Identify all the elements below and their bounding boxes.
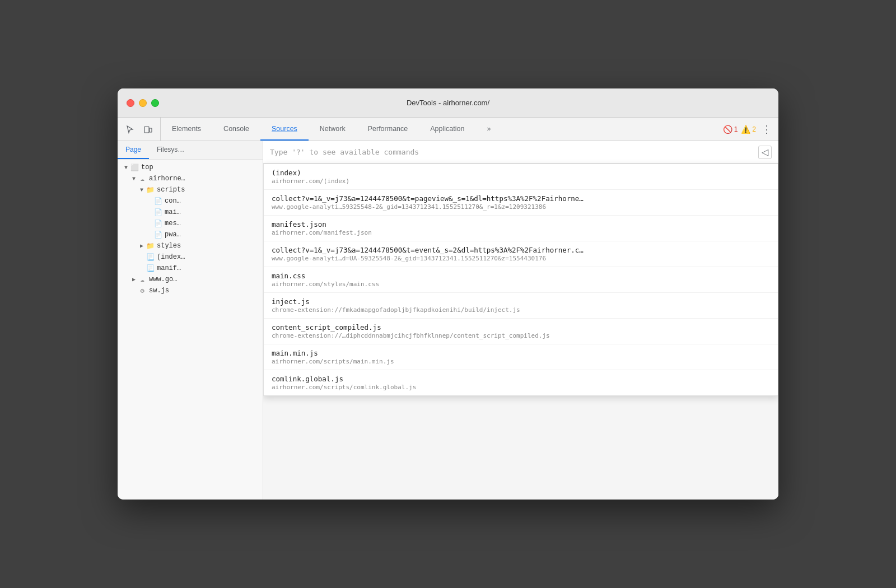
- file-icon: 📄: [153, 219, 162, 228]
- tree-item-pwa[interactable]: 📄 pwa…: [118, 229, 263, 240]
- tree-item-mai[interactable]: 📄 mai…: [118, 207, 263, 218]
- command-input[interactable]: [270, 148, 758, 156]
- tree-label: con…: [165, 197, 181, 205]
- collapse-button[interactable]: ◁: [758, 146, 772, 159]
- result-primary: content_script_compiled.js: [272, 323, 770, 332]
- folder-icon: 📁: [146, 185, 155, 194]
- tree-label: mai…: [165, 208, 181, 216]
- warning-icon: ⚠️: [741, 125, 750, 134]
- sidebar-tabs: Page Filesys…: [118, 141, 263, 160]
- tab-console[interactable]: Console: [212, 118, 260, 141]
- file-icon: 📄: [153, 197, 162, 206]
- result-item[interactable]: main.css airhorner.com/styles/main.css: [264, 267, 778, 293]
- result-item[interactable]: content_script_compiled.js chrome-extens…: [264, 319, 778, 344]
- tree-item-styles[interactable]: ▶ 📁 styles: [118, 240, 263, 251]
- result-primary: main.min.js: [272, 349, 770, 357]
- frame-icon: ⬜: [130, 163, 139, 172]
- result-secondary: airhorner.com/(index): [272, 178, 770, 185]
- close-button[interactable]: [127, 99, 134, 107]
- tree-item-mes[interactable]: 📄 mes…: [118, 218, 263, 229]
- result-item[interactable]: main.min.js airhorner.com/scripts/main.m…: [264, 344, 778, 370]
- tab-more[interactable]: »: [475, 118, 502, 141]
- result-item[interactable]: inject.js chrome-extension://fmkadmapgof…: [264, 293, 778, 319]
- cloud-icon: ☁: [138, 174, 147, 183]
- tree-item-swjs[interactable]: ⚙ sw.js: [118, 285, 263, 296]
- result-primary: inject.js: [272, 297, 770, 306]
- result-item[interactable]: manifest.json airhorner.com/manifest.jso…: [264, 216, 778, 241]
- result-primary: comlink.global.js: [272, 375, 770, 383]
- toolbar-right: 🚫 1 ⚠️ 2 ⋮: [718, 118, 778, 141]
- more-options-button[interactable]: ⋮: [759, 123, 774, 136]
- result-item[interactable]: comlink.global.js airhorner.com/scripts/…: [264, 370, 778, 395]
- gear-icon: ⚙: [138, 286, 147, 295]
- tree-item-top[interactable]: ▼ ⬜ top: [118, 162, 263, 173]
- window-title: DevTools - airhorner.com/: [407, 99, 489, 107]
- tab-application[interactable]: Application: [419, 118, 475, 141]
- tree-label: styles: [157, 242, 181, 250]
- result-primary: (index): [272, 169, 770, 177]
- tree-item-index[interactable]: 📃 (index…: [118, 251, 263, 263]
- cursor-tool-button[interactable]: [122, 122, 138, 137]
- tree-item-con[interactable]: 📄 con…: [118, 195, 263, 207]
- tree-label: pwa…: [165, 231, 181, 239]
- nav-tabs: Elements Console Sources Network Perform…: [161, 118, 718, 141]
- result-primary: collect?v=1&_v=j73&a=1244478500&t=pagevi…: [272, 194, 770, 203]
- result-item[interactable]: collect?v=1&_v=j73&a=1244478500&t=event&…: [264, 241, 778, 267]
- result-primary: manifest.json: [272, 220, 770, 228]
- file-icon: 📄: [153, 208, 162, 217]
- tree-label: scripts: [157, 186, 185, 194]
- arrow-icon: ▶: [130, 276, 138, 283]
- error-badge[interactable]: 🚫 1: [723, 125, 738, 134]
- tab-sources[interactable]: Sources: [260, 118, 309, 141]
- tree-label: manif…: [157, 264, 181, 272]
- devtools-window: DevTools - airhorner.com/ Elements Conso: [118, 88, 778, 500]
- arrow-icon: ▶: [138, 242, 146, 249]
- title-bar: DevTools - airhorner.com/: [118, 88, 778, 118]
- toolbar-icons: [118, 118, 161, 141]
- result-primary: collect?v=1&_v=j73&a=1244478500&t=event&…: [272, 246, 770, 254]
- tree-label: (index…: [157, 253, 185, 261]
- tree-label: sw.js: [149, 287, 169, 295]
- tree-item-manifest[interactable]: 📃 manif…: [118, 263, 263, 274]
- file-icon: 📃: [146, 253, 155, 262]
- content-area: ◁ (index) airhorner.com/(index) collect?…: [263, 141, 778, 500]
- tree-label: mes…: [165, 220, 181, 227]
- tab-performance[interactable]: Performance: [357, 118, 419, 141]
- result-secondary: airhorner.com/scripts/main.min.js: [272, 358, 770, 365]
- sidebar-tab-filesystem[interactable]: Filesys…: [149, 141, 192, 159]
- result-secondary: www.google-analyti…59325548-2&_gid=13437…: [272, 203, 770, 211]
- device-toolbar-button[interactable]: [140, 122, 156, 137]
- result-secondary: chrome-extension://…diphcddnnabmjcihcjfb…: [272, 332, 770, 339]
- file-icon: 📄: [153, 230, 162, 239]
- tree-label: www.go…: [149, 276, 177, 283]
- result-item[interactable]: (index) airhorner.com/(index): [264, 164, 778, 190]
- tree-item-airhorner[interactable]: ▼ ☁ airhorne…: [118, 173, 263, 184]
- sidebar: Page Filesys… ▼ ⬜ top ▼ ☁ airhorne…: [118, 141, 263, 500]
- result-secondary: airhorner.com/styles/main.css: [272, 281, 770, 288]
- tree-item-www-google[interactable]: ▶ ☁ www.go…: [118, 274, 263, 285]
- maximize-button[interactable]: [151, 99, 159, 107]
- tab-network[interactable]: Network: [309, 118, 357, 141]
- folder-icon: 📁: [146, 241, 155, 250]
- arrow-icon: ▼: [130, 176, 138, 182]
- result-primary: main.css: [272, 272, 770, 280]
- error-icon: 🚫: [723, 125, 732, 134]
- svg-rect-1: [150, 128, 152, 132]
- sidebar-tab-page[interactable]: Page: [118, 141, 149, 159]
- command-bar: ◁: [263, 141, 778, 164]
- sidebar-file-tree: ▼ ⬜ top ▼ ☁ airhorne… ▼ 📁 scripts: [118, 160, 263, 500]
- tree-label: airhorne…: [149, 175, 185, 183]
- arrow-icon: ▼: [122, 165, 130, 171]
- warning-badge[interactable]: ⚠️ 2: [741, 125, 756, 134]
- minimize-button[interactable]: [139, 99, 147, 107]
- traffic-lights: [118, 99, 159, 107]
- arrow-icon: ▼: [138, 187, 146, 193]
- file-icon: 📃: [146, 264, 155, 273]
- tree-label: top: [141, 164, 153, 171]
- svg-rect-0: [144, 127, 149, 133]
- result-item[interactable]: collect?v=1&_v=j73&a=1244478500&t=pagevi…: [264, 190, 778, 216]
- cloud-icon: ☁: [138, 275, 147, 284]
- tab-elements[interactable]: Elements: [161, 118, 212, 141]
- tree-item-scripts[interactable]: ▼ 📁 scripts: [118, 184, 263, 195]
- result-secondary: www.google-analyti…d=UA-59325548-2&_gid=…: [272, 255, 770, 262]
